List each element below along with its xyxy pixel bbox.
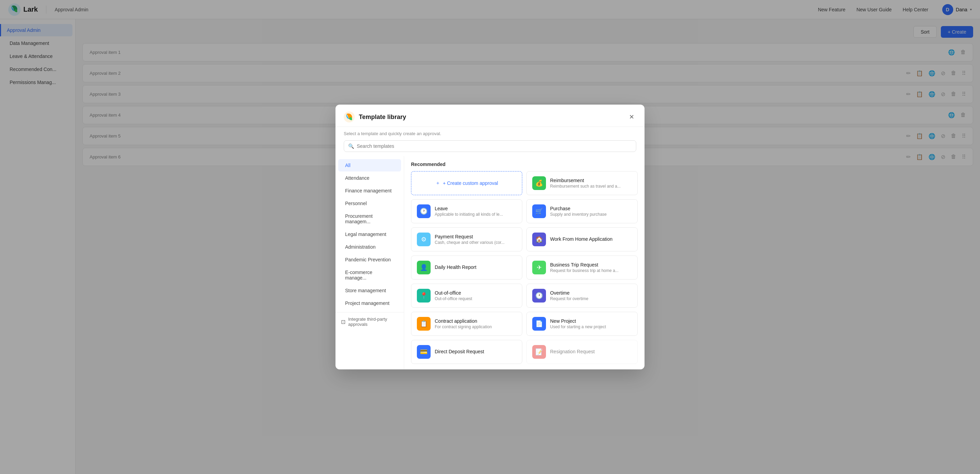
- leave-info: Leave Applicable to initiating all kinds…: [435, 206, 516, 217]
- business-trip-info: Business Trip Request Request for busine…: [550, 262, 632, 273]
- payment-name: Payment Request: [435, 234, 516, 239]
- out-of-office-info: Out-of-office Out-of-office request: [435, 290, 516, 301]
- direct-deposit-icon: 💳: [417, 345, 431, 359]
- modal-category-pandemic[interactable]: Pandemic Prevention: [338, 254, 401, 266]
- template-library-modal: Template library ✕ Select a template and…: [336, 105, 644, 369]
- modal-category-administration[interactable]: Administration: [338, 241, 401, 253]
- template-work-from-home[interactable]: 🏠 Work From Home Application: [527, 227, 638, 251]
- search-input[interactable]: [357, 143, 632, 149]
- reimbursement-icon: 💰: [532, 176, 546, 190]
- placeholder-name: Resignation Request: [550, 349, 632, 354]
- payment-icon: ⚙: [417, 233, 431, 246]
- create-custom-approval-button[interactable]: ＋ + Create custom approval: [411, 171, 522, 195]
- modal-category-store[interactable]: Store management: [338, 284, 401, 297]
- business-trip-desc: Request for business trip at home a...: [550, 268, 632, 273]
- new-project-name: New Project: [550, 318, 632, 324]
- template-reimbursement[interactable]: 💰 Reimbursement Reimbursement such as tr…: [527, 171, 638, 195]
- integrate-label: Integrate third-party approvals: [348, 317, 398, 327]
- daily-health-name: Daily Health Report: [435, 265, 516, 270]
- template-payment-request[interactable]: ⚙ Payment Request Cash, cheque and other…: [411, 227, 522, 251]
- integrate-icon: ⊡: [341, 319, 345, 325]
- template-out-of-office[interactable]: 📍 Out-of-office Out-of-office request: [411, 284, 522, 308]
- out-of-office-icon: 📍: [417, 289, 431, 303]
- templates-grid: ＋ + Create custom approval 💰 Reimburseme…: [411, 171, 638, 364]
- work-from-home-name: Work From Home Application: [550, 236, 632, 242]
- business-trip-name: Business Trip Request: [550, 262, 632, 268]
- template-overtime[interactable]: 🕐 Overtime Request for overtime: [527, 284, 638, 308]
- search-icon: 🔍: [348, 143, 354, 149]
- out-of-office-desc: Out-of-office request: [435, 296, 516, 301]
- overtime-name: Overtime: [550, 290, 632, 296]
- placeholder-info: Resignation Request: [550, 349, 632, 355]
- template-leave[interactable]: 🕐 Leave Applicable to initiating all kin…: [411, 199, 522, 223]
- new-project-desc: Used for starting a new project: [550, 325, 632, 329]
- modal-category-ecommerce[interactable]: E-commerce manage...: [338, 266, 401, 284]
- modal-category-finance[interactable]: Finance management: [338, 184, 401, 197]
- leave-name: Leave: [435, 206, 516, 211]
- integrate-third-party[interactable]: ⊡ Integrate third-party approvals: [336, 312, 404, 331]
- modal-category-procurement[interactable]: Procurement managem...: [338, 210, 401, 228]
- template-placeholder[interactable]: 📝 Resignation Request: [527, 340, 638, 364]
- modal-search-row: 🔍: [336, 140, 644, 156]
- contract-icon: 📋: [417, 317, 431, 331]
- modal-templates-area: Recommended ＋ + Create custom approval 💰…: [404, 156, 644, 369]
- modal-category-project[interactable]: Project management: [338, 297, 401, 309]
- template-library-icon: [344, 111, 355, 122]
- payment-desc: Cash, cheque and other various (cor...: [435, 240, 516, 245]
- plus-icon: ＋: [435, 180, 440, 186]
- business-trip-icon: ✈: [532, 261, 546, 274]
- daily-health-info: Daily Health Report: [435, 265, 516, 271]
- template-daily-health[interactable]: 👤 Daily Health Report: [411, 255, 522, 279]
- contract-desc: For contract signing application: [435, 325, 516, 329]
- modal-body: All Attendance Finance management Person…: [336, 156, 644, 369]
- contract-name: Contract application: [435, 318, 516, 324]
- modal-category-personnel[interactable]: Personnel: [338, 197, 401, 209]
- section-title: Recommended: [411, 162, 638, 167]
- purchase-name: Purchase: [550, 206, 632, 211]
- placeholder-icon: 📝: [532, 345, 546, 359]
- search-box[interactable]: 🔍: [344, 140, 636, 152]
- new-project-icon: 📄: [532, 317, 546, 331]
- template-direct-deposit[interactable]: 💳 Direct Deposit Request: [411, 340, 522, 364]
- purchase-icon: 🛒: [532, 205, 546, 218]
- modal-category-sidebar: All Attendance Finance management Person…: [336, 156, 404, 369]
- payment-info: Payment Request Cash, cheque and other v…: [435, 234, 516, 245]
- leave-icon: 🕐: [417, 205, 431, 218]
- direct-deposit-info: Direct Deposit Request: [435, 349, 516, 355]
- close-button[interactable]: ✕: [627, 112, 636, 122]
- contract-info: Contract application For contract signin…: [435, 318, 516, 329]
- template-contract-app[interactable]: 📋 Contract application For contract sign…: [411, 312, 522, 336]
- modal-subtitle: Select a template and quickly create an …: [336, 127, 644, 140]
- new-project-info: New Project Used for starting a new proj…: [550, 318, 632, 329]
- template-purchase[interactable]: 🛒 Purchase Supply and inventory purchase: [527, 199, 638, 223]
- modal-category-all[interactable]: All: [338, 159, 401, 171]
- overtime-info: Overtime Request for overtime: [550, 290, 632, 301]
- modal-category-attendance[interactable]: Attendance: [338, 172, 401, 184]
- purchase-info: Purchase Supply and inventory purchase: [550, 206, 632, 217]
- direct-deposit-name: Direct Deposit Request: [435, 349, 516, 354]
- modal-category-legal[interactable]: Legal management: [338, 228, 401, 241]
- create-custom-label: + Create custom approval: [443, 181, 498, 186]
- overtime-icon: 🕐: [532, 289, 546, 303]
- work-from-home-icon: 🏠: [532, 233, 546, 246]
- template-new-project[interactable]: 📄 New Project Used for starting a new pr…: [527, 312, 638, 336]
- out-of-office-name: Out-of-office: [435, 290, 516, 296]
- modal-header-icon: [344, 111, 355, 122]
- reimbursement-name: Reimbursement: [550, 178, 632, 183]
- purchase-desc: Supply and inventory purchase: [550, 212, 632, 217]
- work-from-home-info: Work From Home Application: [550, 236, 632, 243]
- modal-overlay[interactable]: Template library ✕ Select a template and…: [0, 0, 980, 474]
- modal-header: Template library ✕: [336, 105, 644, 127]
- reimbursement-desc: Reimbursement such as travel and a...: [550, 184, 632, 189]
- reimbursement-info: Reimbursement Reimbursement such as trav…: [550, 178, 632, 189]
- daily-health-icon: 👤: [417, 261, 431, 274]
- template-business-trip[interactable]: ✈ Business Trip Request Request for busi…: [527, 255, 638, 279]
- overtime-desc: Request for overtime: [550, 296, 632, 301]
- modal-title: Template library: [359, 114, 627, 121]
- leave-desc: Applicable to initiating all kinds of le…: [435, 212, 516, 217]
